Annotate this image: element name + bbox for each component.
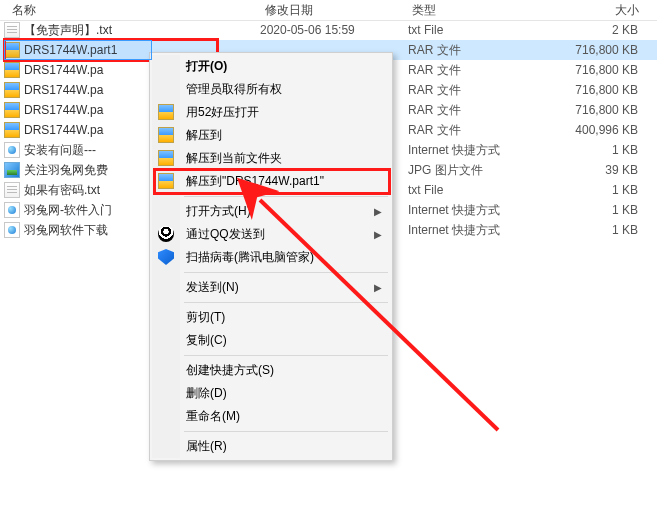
file-size: 1 KB (520, 183, 656, 197)
menu-send-to-label: 发送到(N) (186, 279, 239, 296)
file-type: Internet 快捷方式 (408, 202, 520, 219)
menu-open-with-label: 打开方式(H) (186, 203, 251, 220)
chevron-right-icon: ▶ (374, 206, 382, 217)
file-size: 400,996 KB (520, 123, 656, 137)
url-icon (4, 142, 20, 158)
file-size: 716,800 KB (520, 83, 656, 97)
file-type: RAR 文件 (408, 62, 520, 79)
rar-icon (4, 82, 20, 98)
col-type[interactable]: 类型 (412, 2, 523, 19)
url-icon (4, 202, 20, 218)
menu-cut-label: 剪切(T) (186, 309, 225, 326)
menu-shortcut[interactable]: 创建快捷方式(S) (152, 359, 390, 382)
rar-icon (158, 150, 174, 166)
menu-scan[interactable]: 扫描病毒(腾讯电脑管家) (152, 246, 390, 269)
file-size: 1 KB (520, 203, 656, 217)
file-type: Internet 快捷方式 (408, 222, 520, 239)
file-size: 1 KB (520, 143, 656, 157)
menu-extract-here[interactable]: 解压到当前文件夹 (152, 147, 390, 170)
shield-icon (158, 249, 174, 265)
menu-open52-label: 用52好压打开 (186, 104, 259, 121)
rar-icon (4, 102, 20, 118)
menu-rename-label: 重命名(M) (186, 408, 240, 425)
menu-extract-to-label: 解压到 (186, 127, 222, 144)
file-type: RAR 文件 (408, 42, 520, 59)
rar-icon (158, 104, 174, 120)
col-size[interactable]: 大小 (522, 2, 657, 19)
chevron-right-icon: ▶ (374, 282, 382, 293)
col-name[interactable]: 名称 (4, 2, 265, 19)
file-size: 1 KB (520, 223, 656, 237)
file-type: RAR 文件 (408, 102, 520, 119)
qq-icon (158, 226, 174, 242)
file-size: 39 KB (520, 163, 656, 177)
menu-separator (184, 196, 388, 197)
file-size: 716,800 KB (520, 63, 656, 77)
menu-shortcut-label: 创建快捷方式(S) (186, 362, 274, 379)
file-type: txt File (408, 23, 520, 37)
menu-extract-to[interactable]: 解压到 (152, 124, 390, 147)
menu-separator (184, 355, 388, 356)
file-date: 2020-05-06 15:59 (260, 23, 408, 37)
menu-extract-name-label: 解压到"DRS1744W.part1" (186, 173, 324, 190)
jpg-icon (4, 162, 20, 178)
file-type: RAR 文件 (408, 122, 520, 139)
file-size: 716,800 KB (520, 43, 656, 57)
file-type: Internet 快捷方式 (408, 142, 520, 159)
menu-scan-label: 扫描病毒(腾讯电脑管家) (186, 249, 314, 266)
context-menu: 打开(O) 管理员取得所有权 用52好压打开 解压到 解压到当前文件夹 解压到"… (149, 52, 393, 461)
menu-open52[interactable]: 用52好压打开 (152, 101, 390, 124)
chevron-right-icon: ▶ (374, 229, 382, 240)
menu-admin[interactable]: 管理员取得所有权 (152, 78, 390, 101)
menu-extract-here-label: 解压到当前文件夹 (186, 150, 282, 167)
file-type: RAR 文件 (408, 82, 520, 99)
file-name: 【免责声明】.txt (24, 22, 260, 39)
url-icon (4, 222, 20, 238)
rar-icon (4, 62, 20, 78)
rar-icon (4, 122, 20, 138)
file-size: 2 KB (520, 23, 656, 37)
txt-icon (4, 22, 20, 38)
file-type: JPG 图片文件 (408, 162, 520, 179)
menu-open-label: 打开(O) (186, 58, 227, 75)
menu-delete-label: 删除(D) (186, 385, 227, 402)
menu-copy[interactable]: 复制(C) (152, 329, 390, 352)
menu-cut[interactable]: 剪切(T) (152, 306, 390, 329)
menu-properties[interactable]: 属性(R) (152, 435, 390, 458)
menu-send-qq[interactable]: 通过QQ发送到 ▶ (152, 223, 390, 246)
menu-extract-name[interactable]: 解压到"DRS1744W.part1" (152, 170, 390, 193)
rar-icon (158, 173, 174, 189)
menu-send-qq-label: 通过QQ发送到 (186, 226, 265, 243)
file-size: 716,800 KB (520, 103, 656, 117)
menu-separator (184, 431, 388, 432)
file-type: txt File (408, 183, 520, 197)
menu-properties-label: 属性(R) (186, 438, 227, 455)
col-date[interactable]: 修改日期 (265, 2, 411, 19)
txt-icon (4, 182, 20, 198)
rar-icon (158, 127, 174, 143)
menu-delete[interactable]: 删除(D) (152, 382, 390, 405)
menu-separator (184, 272, 388, 273)
column-headers: 名称 修改日期 类型 大小 (0, 0, 657, 21)
menu-copy-label: 复制(C) (186, 332, 227, 349)
menu-separator (184, 302, 388, 303)
selection-box (4, 40, 152, 60)
menu-admin-label: 管理员取得所有权 (186, 81, 282, 98)
menu-send-to[interactable]: 发送到(N) ▶ (152, 276, 390, 299)
file-row[interactable]: 【免责声明】.txt2020-05-06 15:59txt File2 KB (0, 20, 657, 40)
menu-rename[interactable]: 重命名(M) (152, 405, 390, 428)
menu-open[interactable]: 打开(O) (152, 55, 390, 78)
menu-open-with[interactable]: 打开方式(H) ▶ (152, 200, 390, 223)
